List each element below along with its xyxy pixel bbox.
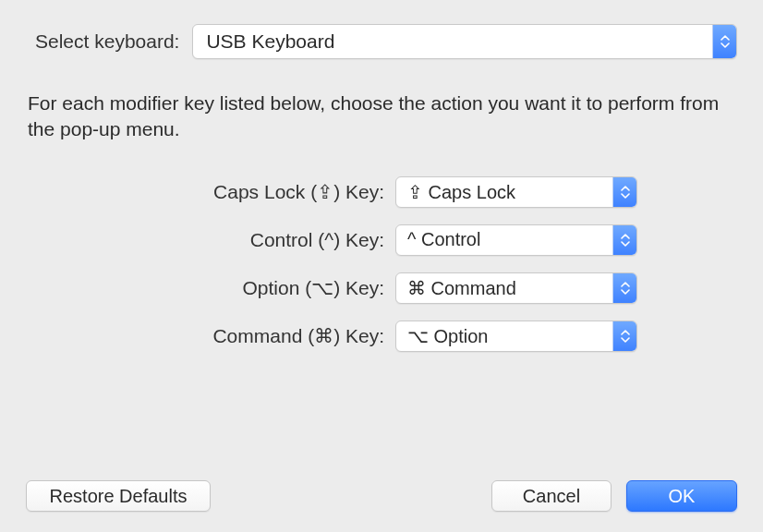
button-row: Restore Defaults Cancel OK — [0, 480, 763, 512]
control-label: Control (^) Key: — [26, 229, 395, 251]
command-row: Command (⌘) Key: ⌥ Option — [26, 320, 737, 352]
popup-arrows-icon — [612, 273, 636, 303]
popup-arrows-icon — [612, 225, 636, 255]
control-popup[interactable]: ^ Control — [395, 224, 637, 256]
popup-arrows-icon — [612, 321, 636, 351]
modifier-rows: Caps Lock (⇪) Key: ⇪ Caps Lock Control (… — [26, 176, 737, 352]
option-value: ⌘ Command — [396, 277, 612, 299]
control-row: Control (^) Key: ^ Control — [26, 224, 737, 256]
dialog-content: Select keyboard: USB Keyboard For each m… — [0, 0, 763, 352]
description-text: For each modifier key listed below, choo… — [26, 91, 737, 143]
select-keyboard-value: USB Keyboard — [193, 30, 712, 53]
option-row: Option (⌥) Key: ⌘ Command — [26, 272, 737, 304]
option-label: Option (⌥) Key: — [26, 277, 395, 299]
caps-lock-label: Caps Lock (⇪) Key: — [26, 181, 395, 203]
select-keyboard-row: Select keyboard: USB Keyboard — [26, 24, 737, 59]
command-value: ⌥ Option — [396, 325, 612, 347]
popup-arrows-icon — [712, 25, 736, 58]
command-label: Command (⌘) Key: — [26, 325, 395, 347]
caps-lock-popup[interactable]: ⇪ Caps Lock — [395, 176, 637, 208]
command-popup[interactable]: ⌥ Option — [395, 320, 637, 352]
popup-arrows-icon — [612, 177, 636, 207]
select-keyboard-label: Select keyboard: — [26, 30, 179, 53]
option-popup[interactable]: ⌘ Command — [395, 272, 637, 304]
restore-defaults-button[interactable]: Restore Defaults — [26, 480, 211, 512]
caps-lock-row: Caps Lock (⇪) Key: ⇪ Caps Lock — [26, 176, 737, 208]
ok-button[interactable]: OK — [626, 480, 737, 512]
control-value: ^ Control — [396, 229, 612, 250]
cancel-button[interactable]: Cancel — [491, 480, 612, 512]
select-keyboard-popup[interactable]: USB Keyboard — [192, 24, 737, 59]
caps-lock-value: ⇪ Caps Lock — [396, 181, 612, 203]
